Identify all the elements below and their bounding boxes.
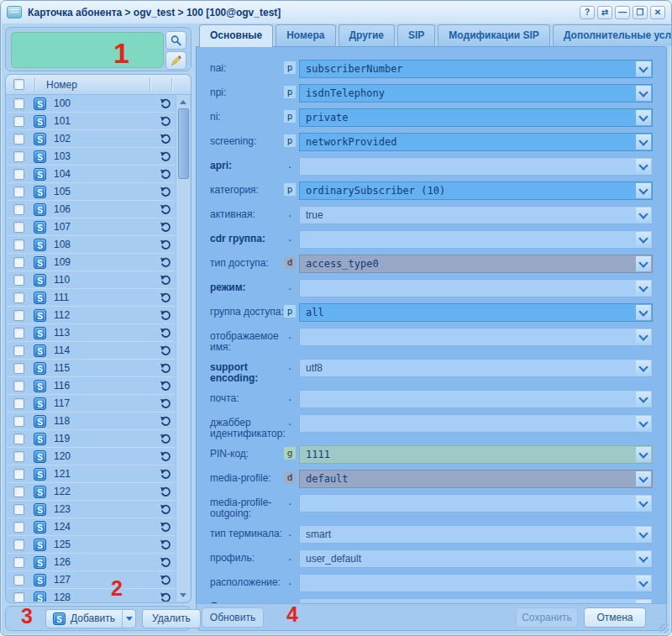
row-checkbox[interactable] [13,416,24,427]
history-icon[interactable] [160,168,172,181]
list-row[interactable]: S109 [7,254,176,271]
history-icon[interactable] [160,292,172,304]
list-row[interactable]: S103 [7,148,176,166]
history-icon[interactable] [160,221,172,234]
tab-номера[interactable]: Номера [276,24,335,46]
list-row[interactable]: S108 [7,236,176,254]
list-row[interactable]: S120 [7,448,176,465]
list-row[interactable]: S117 [7,395,176,413]
history-icon[interactable] [160,344,172,357]
row-checkbox[interactable] [13,239,24,250]
dropdown-arrow-icon[interactable] [636,329,651,344]
tab-sip[interactable]: SIP [397,24,435,46]
row-checkbox[interactable] [13,451,24,462]
field-combobox[interactable]: access_type0 [299,255,653,273]
dropdown-arrow-icon[interactable] [636,576,651,591]
history-icon[interactable] [160,415,172,428]
help-icon[interactable]: ? [580,6,595,19]
history-icon[interactable] [160,133,172,145]
list-row[interactable]: S119 [7,430,176,448]
list-row[interactable]: S115 [7,360,176,377]
field-combobox[interactable]: isdnTelephony [299,84,653,102]
field-combobox[interactable] [299,230,653,249]
history-icon[interactable] [160,503,172,516]
history-icon[interactable] [160,574,172,586]
list-row[interactable]: S126 [7,554,176,571]
scroll-up-icon[interactable] [178,97,188,107]
history-icon[interactable] [160,433,172,445]
row-checkbox[interactable] [13,134,24,145]
field-combobox[interactable]: all [299,303,653,322]
row-checkbox[interactable] [13,522,24,533]
row-checkbox[interactable] [13,116,24,127]
row-checkbox[interactable] [13,469,24,480]
row-checkbox[interactable] [13,486,24,497]
field-combobox[interactable]: default [299,470,653,488]
dropdown-arrow-icon[interactable] [636,61,651,76]
search-input[interactable] [11,32,164,68]
row-checkbox[interactable] [13,328,24,339]
history-icon[interactable] [160,115,172,128]
history-icon[interactable] [160,468,172,481]
list-row[interactable]: S113 [7,324,176,342]
cancel-button[interactable]: Отмена [584,607,646,628]
row-checkbox[interactable] [13,504,24,515]
list-row[interactable]: S118 [7,413,176,430]
select-all-checkbox[interactable] [13,79,24,90]
dropdown-arrow-icon[interactable] [636,183,651,198]
dropdown-arrow-icon[interactable] [636,256,651,271]
field-combobox[interactable] [299,279,653,297]
field-combobox[interactable]: subscriberNumber [299,60,653,78]
field-combobox[interactable]: ordinarySubscriber (10) [299,181,653,200]
close-icon[interactable]: ✕ [650,6,665,19]
list-row[interactable]: S112 [7,307,176,324]
list-row[interactable]: S102 [7,130,176,148]
history-icon[interactable] [160,327,172,339]
field-combobox[interactable]: utf8 [299,359,653,377]
row-checkbox[interactable] [13,363,24,374]
dropdown-arrow-icon[interactable] [636,551,651,566]
add-dropdown-icon[interactable] [123,610,135,628]
search-button[interactable] [165,31,186,50]
row-checkbox[interactable] [13,434,24,444]
list-row[interactable]: S121 [7,465,176,483]
list-row[interactable]: S101 [7,113,176,130]
delete-button[interactable]: Удалить [142,609,201,628]
dropdown-arrow-icon[interactable] [636,392,651,407]
list-row[interactable]: S111 [7,289,176,307]
dropdown-arrow-icon[interactable] [636,416,651,431]
history-icon[interactable] [160,380,172,392]
row-checkbox[interactable] [13,310,24,321]
history-icon[interactable] [160,397,172,410]
history-icon[interactable] [160,450,172,463]
field-combobox[interactable]: true [299,206,653,224]
list-row[interactable]: S104 [7,166,176,183]
refresh-button[interactable]: Обновить [202,607,264,628]
dropdown-arrow-icon[interactable] [636,471,651,486]
list-scrollbar[interactable] [176,95,190,602]
field-combobox[interactable] [299,414,653,433]
tab-дополнительные-услуги[interactable]: Дополнительные услуги [553,24,672,46]
history-icon[interactable] [160,256,172,269]
history-icon[interactable] [160,521,172,534]
dropdown-arrow-icon[interactable] [636,447,651,462]
scrollbar-thumb[interactable] [178,108,189,179]
history-icon[interactable] [160,309,172,322]
tab-другие[interactable]: Другие [339,24,395,46]
row-checkbox[interactable] [13,151,24,162]
row-checkbox[interactable] [13,187,24,197]
row-checkbox[interactable] [13,292,24,303]
column-header-number[interactable]: Номер [46,79,77,91]
field-combobox[interactable]: smart [299,525,653,544]
field-combobox[interactable]: 1111 [299,445,653,464]
row-checkbox[interactable] [13,539,24,550]
list-row[interactable]: S127 [7,571,176,589]
history-icon[interactable] [160,556,172,569]
edit-button[interactable] [165,51,186,70]
field-combobox[interactable] [299,494,653,512]
dropdown-arrow-icon[interactable] [636,110,651,125]
dropdown-arrow-icon[interactable] [636,159,651,174]
list-row[interactable]: S123 [7,501,176,518]
list-row[interactable]: S106 [7,201,176,218]
list-row[interactable]: S128 [7,589,176,602]
